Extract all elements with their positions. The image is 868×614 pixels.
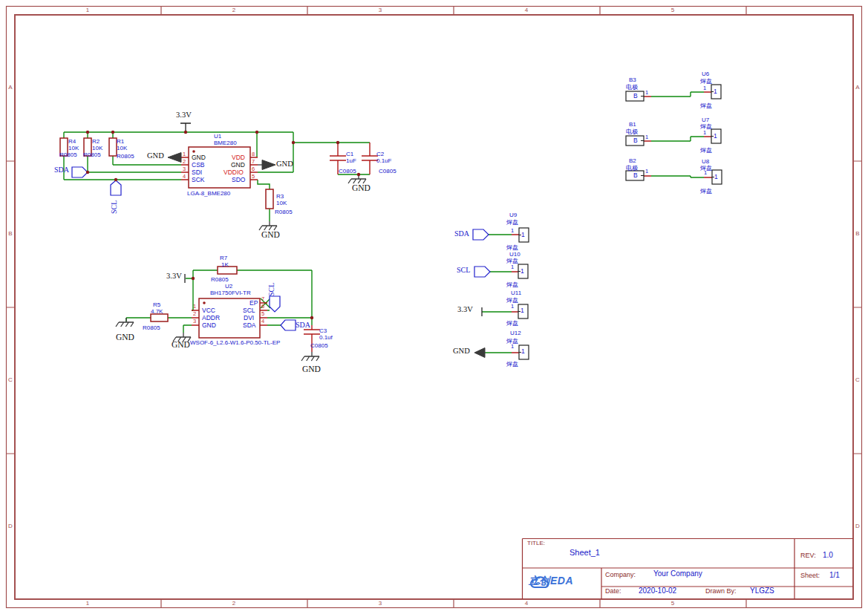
u1-pin8-number: 8 — [252, 151, 255, 157]
power-3v3-u2-label: 3.3V — [166, 272, 182, 281]
u2-footprint: WSOF-6_L2.6-W1.6-P0.50-TL-EP — [190, 340, 280, 346]
gnd-earth-c3-label: GND — [302, 365, 321, 374]
b1-ref: B1 — [629, 122, 636, 128]
u2-pin-dvi: DVI — [244, 315, 254, 321]
u1-ref: U1 — [214, 134, 221, 140]
u1-pin1-marker — [192, 150, 195, 153]
net-port-scl-u10[interactable] — [474, 267, 490, 277]
drawn-by-label: Drawn By: — [705, 588, 737, 595]
frame-col-top-3: 3 — [379, 7, 382, 13]
sheet-title: Sheet_1 — [570, 549, 600, 557]
gnd-flag-u1-pin7-label: GND — [276, 160, 293, 169]
gnd-arrow-u1-pin7-icon — [262, 160, 275, 170]
u7-pad-name-bottom: 焊盘 — [700, 148, 712, 154]
resistor-r5[interactable] — [151, 314, 168, 321]
net-port-sda-u9[interactable] — [473, 229, 489, 240]
r7-footprint: R0805 — [211, 277, 229, 283]
c2-footprint: C0805 — [379, 169, 397, 174]
r5-footprint: R0805 — [143, 325, 160, 331]
frame-row-right-C: C — [855, 377, 860, 383]
u1-pin2-number: 2 — [183, 159, 186, 165]
u10-ref: U10 — [509, 252, 521, 258]
net-port-sda-u2[interactable] — [281, 320, 296, 330]
frame-row-left-A: A — [8, 85, 12, 91]
u2-pin6-number: 6 — [261, 304, 264, 310]
u1-value: BME280 — [214, 140, 237, 146]
u1-pin-csb: CSB — [192, 162, 204, 169]
u12-ref: U12 — [510, 330, 521, 336]
u11-box-label: 1 — [521, 307, 524, 314]
company-label: Company: — [605, 572, 636, 578]
u1-pin-gnd2: GND — [231, 162, 245, 169]
capacitor-c2[interactable] — [362, 143, 378, 174]
net-port-scl-u1[interactable] — [111, 180, 121, 195]
frame-row-left-B: B — [8, 231, 12, 237]
r4-footprint: R0805 — [59, 152, 77, 158]
u9-pad-name-bottom: 焊盘 — [506, 245, 518, 251]
frame-col-top-2: 2 — [232, 7, 235, 13]
b2-name: 电极 — [626, 166, 638, 172]
netlabel-scl-u10: SCL — [457, 267, 470, 274]
frame-col-top-5: 5 — [671, 7, 674, 13]
net-port-sda-u1[interactable] — [72, 167, 88, 177]
r7-ref: R7 — [220, 255, 227, 261]
u12-box-label: 1 — [521, 348, 525, 355]
frame-col-bottom-5: 5 — [671, 601, 674, 607]
gnd-arrow-u1-pin1-icon — [168, 153, 181, 163]
c3-footprint: C0805 — [310, 343, 328, 349]
u7-box-label: 1 — [714, 133, 717, 140]
net-port-scl-u2[interactable] — [270, 296, 280, 312]
schematic-sheet: 3.3VR410KR0805R210KR0805R110KR0805SDASCL… — [0, 0, 868, 614]
c3-ref: C3 — [319, 328, 327, 334]
u10-pin-number: 1 — [511, 264, 514, 270]
gnd-earth-r5-label: GND — [116, 333, 134, 342]
u2-pin-addr: ADDR — [202, 315, 220, 321]
netlabel-scl-u1: SCL — [111, 200, 118, 214]
frame-row-left-D: D — [8, 523, 13, 529]
netlabel-scl-u2: SCL — [268, 283, 275, 296]
u12-pin-number: 1 — [511, 344, 514, 350]
r2-ref: R2 — [92, 139, 99, 145]
u2-pin-scl: SCL — [243, 307, 255, 314]
u1-pin5-number: 5 — [252, 174, 255, 180]
pad-connectors — [518, 85, 722, 359]
u1-pin-vdd: VDD — [232, 154, 245, 161]
frame-col-top-1: 1 — [86, 7, 89, 13]
netlabel-sda-u1: SDA — [54, 166, 69, 174]
u8-pad-name-bottom: 焊盘 — [700, 189, 712, 195]
u1-footprint: LGA-8_BME280 — [187, 191, 230, 197]
netlabel-sda-u2: SDA — [296, 321, 310, 329]
c3-value: 0.1uf — [319, 335, 333, 341]
u7-pad-name-top: 焊盘 — [700, 124, 712, 130]
u12-pad-name-bottom: 焊盘 — [506, 362, 518, 368]
r3-value: 10K — [276, 200, 287, 206]
resistor-r1[interactable] — [109, 138, 117, 156]
b3-ref: B3 — [629, 77, 636, 83]
b1-pin-number: 1 — [645, 134, 648, 140]
gnd-flag-u1-pin1-label: GND — [147, 152, 164, 160]
date-label: Date: — [605, 588, 621, 595]
u2-pin2-number: 2 — [193, 311, 196, 317]
r1-footprint: R0805 — [117, 154, 134, 160]
r3-ref: R3 — [276, 194, 284, 200]
u11-pad-name-bottom: 焊盘 — [506, 321, 518, 327]
u9-pin-number: 1 — [511, 228, 514, 234]
u2-pin1-number: 1 — [193, 304, 196, 310]
u6-pin-number: 1 — [703, 85, 706, 91]
u1-pin-sdi: SDI — [192, 169, 202, 176]
date-value: 2020-10-02 — [639, 587, 676, 595]
r5-value: 4.7K — [151, 309, 163, 315]
u9-box-label: 1 — [521, 232, 525, 238]
resistor-r3[interactable] — [266, 189, 273, 209]
frame-row-right-D: D — [855, 523, 860, 529]
c2-ref: C2 — [376, 151, 384, 157]
u1-pin-sck: SCK — [192, 177, 204, 183]
sheet-frame — [7, 7, 862, 608]
frame-col-top-4: 4 — [525, 7, 528, 13]
schematic-canvas[interactable] — [0, 0, 868, 614]
drawn-by-value: YLGZS — [750, 587, 774, 595]
gnd-flag-u12-label: GND — [453, 347, 470, 356]
rev-value: 1.0 — [823, 552, 833, 559]
r7-value: 1K — [221, 262, 229, 268]
u2-pin5-number: 5 — [261, 311, 264, 317]
